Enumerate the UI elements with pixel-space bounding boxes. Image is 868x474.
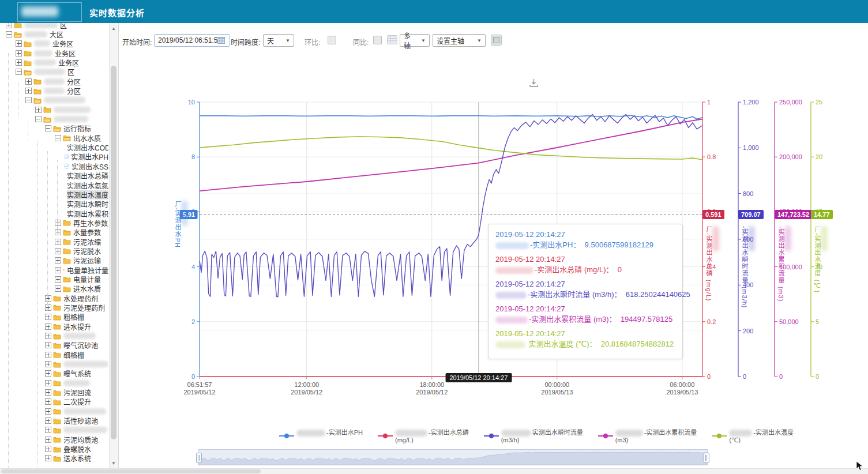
hscrollbar-thumb[interactable] — [1, 469, 261, 473]
datazoom-slider[interactable] — [198, 449, 708, 465]
x-tick-date-label: 2019/05/13 — [541, 389, 573, 396]
redacted-text — [495, 317, 528, 323]
tooltip-timestamp: 2019-05-12 20:14:27 — [495, 304, 675, 314]
axis-tick-label: 200,000 — [779, 153, 802, 160]
legend-label: -实测出水累积流量(m3) — [615, 429, 697, 444]
page-horizontal-scrollbar[interactable] — [0, 468, 868, 474]
legend-marker-icon — [484, 432, 499, 439]
tooltip-timestamp: 2019-05-12 20:14:27 — [495, 279, 675, 289]
redacted-text — [495, 341, 525, 348]
redacted-text — [821, 226, 828, 251]
x-tick-time-label: 06:51:57 — [187, 381, 212, 388]
datazoom-shadow — [198, 450, 707, 465]
axis-tick-label: 0 — [743, 373, 746, 380]
x-tick-date-label: 2019/05/12 — [416, 389, 448, 396]
datazoom-right-handle[interactable] — [704, 453, 709, 463]
chart-tooltip: 2019-05-12 20:14:27 -实测出水PH： 9.500687599… — [488, 224, 683, 359]
axis-tick-label: 4 — [191, 264, 195, 270]
x-tick-date-label: 2019/05/12 — [291, 389, 322, 396]
legend-item-cum[interactable]: -实测出水累积流量(m3) — [598, 429, 697, 444]
axis-tick-label: 50,000 — [779, 318, 799, 325]
tooltip-series-entry: 2019-05-12 20:14:27 -实测出水总磷 (mg/L)： 0 — [495, 254, 675, 275]
tooltip-series-entry: 2019-05-12 20:14:27 -实测出水累积流量 (m3)： 1944… — [495, 304, 675, 325]
x-tick-time-label: 00:00:00 — [544, 381, 569, 388]
chart-legend: -实测出水PH -实测出水总磷(mg/L) 实测出水瞬时流量(m3/h) -实测… — [231, 429, 842, 444]
redacted-text — [784, 226, 791, 251]
axis-tick-label: 10 — [188, 99, 195, 106]
tooltip-value-line: 实测出水温度 (℃)： 20.816848754882812 — [495, 339, 675, 349]
redacted-text — [296, 430, 325, 437]
axis-tick-label: 2 — [191, 318, 195, 325]
chart-canvas[interactable]: 024681000.20.40.60.8102004006008001,0001… — [0, 0, 868, 474]
x-tick-time-label: 18:00:00 — [419, 381, 444, 388]
legend-label: 实测出水瞬时流量(m3/h) — [501, 429, 583, 444]
axis-tick-label: 0 — [779, 373, 783, 380]
datazoom-data-shadow — [198, 452, 707, 465]
tooltip-value-line: -实测出水PH： 9.500687599182129 — [495, 240, 675, 250]
legend-marker-icon — [378, 432, 393, 439]
tooltip-value-line: -实测出水总磷 (mg/L)： 0 — [495, 265, 675, 275]
axis-tick-label: 0 — [816, 373, 819, 380]
realtime-analysis-app: 实时数据分析 区大区业务区业务区业务区区分区分区运行指标出水水质实测出水COD实… — [0, 0, 868, 474]
tooltip-timestamp: 2019-05-12 20:14:27 — [495, 329, 675, 339]
y-axis-name-tp: 厂-实测出水总磷 (mg/L) — [705, 226, 719, 302]
redacted-text — [495, 292, 527, 299]
legend-item-tp[interactable]: -实测出水总磷(mg/L) — [378, 429, 469, 444]
axis-tick-label: 0 — [191, 373, 195, 380]
redacted-text — [495, 267, 533, 274]
axis-tick-label: 1,000 — [743, 144, 759, 151]
tooltip-timestamp: 2019-05-12 20:14:27 — [495, 230, 675, 240]
y-axis-name-ph: 厂-实测出水PH — [174, 201, 188, 248]
datazoom-left-handle[interactable] — [196, 453, 202, 463]
axis-tick-label: 1 — [707, 99, 711, 106]
x-tick-time-label: 06:00:00 — [670, 381, 694, 388]
legend-marker-icon — [279, 432, 294, 439]
mouse-cursor-icon — [856, 461, 863, 471]
legend-label: -实测出水PH — [296, 429, 363, 437]
axis-pointer-time-tag: 2019/05/12 20:14:27 — [445, 373, 512, 382]
axis-tick-label: 800 — [743, 190, 753, 197]
legend-marker-icon — [598, 432, 613, 439]
redacted-text — [495, 242, 529, 249]
axis-value-badge-tp: 0.591 — [702, 210, 724, 219]
tooltip-value-line: -实测出水累积流量 (m3)： 194497.578125 — [495, 314, 675, 325]
x-tick-date-label: 2019/05/13 — [666, 389, 698, 396]
tooltip-series-entry: 2019-05-12 20:14:27 实测出水温度 (℃)： 20.81684… — [495, 329, 675, 349]
tooltip-series-entry: 2019-05-12 20:14:27 -实测出水PH： 9.500687599… — [495, 230, 675, 250]
tooltip-value-line: -实测出水瞬时流量 (m3/h)： 618.250244140625 — [495, 289, 675, 300]
axis-tick-label: 5 — [816, 318, 819, 325]
axis-value-badge-cum: 147,723.52 — [775, 210, 812, 219]
axis-tick-label: 20 — [816, 153, 822, 160]
axis-tick-label: 0.8 — [707, 153, 716, 160]
y-axis-name-cum: -实测出水累积流量 (m3) — [777, 226, 791, 302]
redacted-text — [501, 430, 531, 437]
axis-value-badge-flow: 709.07 — [738, 210, 764, 219]
axis-value-badge-temp: 14.77 — [811, 210, 833, 219]
axis-tick-label: 250,000 — [779, 99, 802, 106]
legend-item-flow[interactable]: 实测出水瞬时流量(m3/h) — [484, 429, 583, 444]
legend-label: -实测出水总磷(mg/L) — [395, 429, 469, 444]
axis-tick-label: 1,200 — [743, 99, 759, 106]
axis-tick-label: 0.2 — [707, 318, 716, 325]
axis-tick-label: 8 — [191, 153, 195, 160]
tooltip-timestamp: 2019-05-12 20:14:27 — [495, 254, 675, 265]
redacted-text — [712, 226, 719, 251]
x-tick-time-label: 12:00:00 — [294, 381, 319, 388]
redacted-text — [729, 430, 752, 437]
axis-tick-label: 200 — [743, 328, 753, 334]
legend-item-ph[interactable]: -实测出水PH — [279, 429, 363, 444]
series-line-cum — [200, 119, 702, 191]
axis-tick-label: 0 — [707, 373, 711, 380]
legend-marker-icon — [712, 432, 727, 439]
tooltip-series-entry: 2019-05-12 20:14:27 -实测出水瞬时流量 (m3/h)： 61… — [495, 279, 675, 300]
redacted-text — [748, 226, 755, 251]
x-tick-date-label: 2019/05/12 — [183, 389, 215, 396]
redacted-text — [395, 430, 427, 437]
y-axis-name-temp: 厂-实测出水温度 (℃) — [813, 226, 828, 293]
redacted-text — [181, 201, 188, 226]
redacted-text — [615, 430, 643, 437]
series-line-temp — [200, 137, 702, 160]
y-axis-name-flow: -实测出水瞬时流量 (m3/h) — [741, 226, 755, 309]
axis-tick-label: 25 — [816, 99, 822, 106]
legend-item-temp[interactable]: -实测出水温度(℃) — [712, 429, 794, 444]
